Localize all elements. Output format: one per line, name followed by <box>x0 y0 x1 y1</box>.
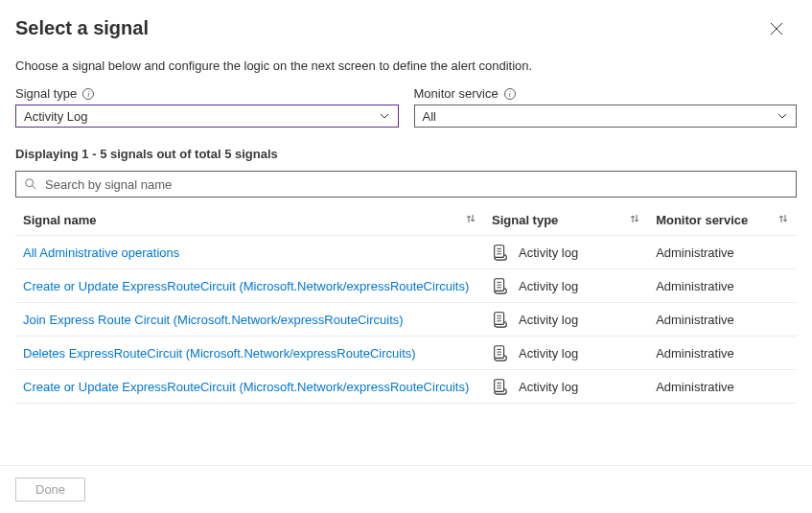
close-icon <box>770 22 783 35</box>
signal-name-link[interactable]: All Administrative operations <box>23 245 179 260</box>
column-header-name[interactable]: Signal name <box>15 207 484 236</box>
sort-icon <box>777 213 789 224</box>
activity-log-icon <box>492 277 509 294</box>
signal-name-link[interactable]: Create or Update ExpressRouteCircuit (Mi… <box>23 279 469 293</box>
monitor-service-label: Monitor service i <box>414 86 798 101</box>
monitor-service-select[interactable]: All <box>414 105 798 128</box>
monitor-service-value: Administrative <box>656 279 734 293</box>
column-header-service[interactable]: Monitor service <box>648 207 797 236</box>
page-description: Choose a signal below and configure the … <box>15 58 797 73</box>
footer: Done <box>0 465 812 513</box>
monitor-service-value: All <box>423 109 436 124</box>
table-row[interactable]: Create or Update ExpressRouteCircuit (Mi… <box>15 269 797 303</box>
svg-line-1 <box>33 186 36 190</box>
signal-type-select[interactable]: Activity Log <box>15 105 399 128</box>
activity-log-icon <box>492 311 509 328</box>
table-row[interactable]: All Administrative operationsActivity lo… <box>15 236 797 269</box>
signal-name-link[interactable]: Deletes ExpressRouteCircuit (Microsoft.N… <box>23 346 416 361</box>
signal-type-label: Signal type i <box>15 86 399 101</box>
chevron-down-icon <box>379 110 390 122</box>
table-row[interactable]: Create or Update ExpressRouteCircuit (Mi… <box>15 370 797 404</box>
signal-type-value: Activity log <box>519 313 578 327</box>
info-icon[interactable]: i <box>504 88 516 100</box>
info-icon[interactable]: i <box>82 88 94 100</box>
close-button[interactable] <box>770 15 797 42</box>
monitor-service-value: Administrative <box>656 313 734 327</box>
sort-icon <box>629 213 640 224</box>
activity-log-icon <box>492 244 509 261</box>
table-row[interactable]: Deletes ExpressRouteCircuit (Microsoft.N… <box>15 337 797 370</box>
activity-log-icon <box>492 344 509 361</box>
column-header-type[interactable]: Signal type <box>484 207 648 236</box>
search-input[interactable] <box>43 176 788 193</box>
activity-log-icon <box>492 378 509 395</box>
signal-name-link[interactable]: Create or Update ExpressRouteCircuit (Mi… <box>23 380 469 394</box>
signal-type-value: Activity log <box>519 346 578 361</box>
monitor-service-value: Administrative <box>656 245 734 260</box>
signal-name-link[interactable]: Join Express Route Circuit (Microsoft.Ne… <box>23 313 404 327</box>
signal-type-value: Activity Log <box>24 109 87 124</box>
signal-type-value: Activity log <box>519 245 578 260</box>
page-title: Select a signal <box>15 17 149 39</box>
search-box[interactable] <box>15 171 797 198</box>
signal-type-value: Activity log <box>519 380 578 394</box>
search-icon <box>24 177 37 191</box>
results-summary: Displaying 1 - 5 signals out of total 5 … <box>15 147 797 161</box>
sort-icon <box>465 213 476 224</box>
monitor-service-value: Administrative <box>656 380 734 394</box>
signal-type-value: Activity log <box>519 279 578 293</box>
done-button[interactable]: Done <box>15 478 85 501</box>
svg-point-0 <box>26 179 34 187</box>
monitor-service-value: Administrative <box>656 346 734 361</box>
table-row[interactable]: Join Express Route Circuit (Microsoft.Ne… <box>15 303 797 337</box>
chevron-down-icon <box>777 110 788 122</box>
signals-table: Signal name Signal type Monitor service <box>15 207 797 404</box>
